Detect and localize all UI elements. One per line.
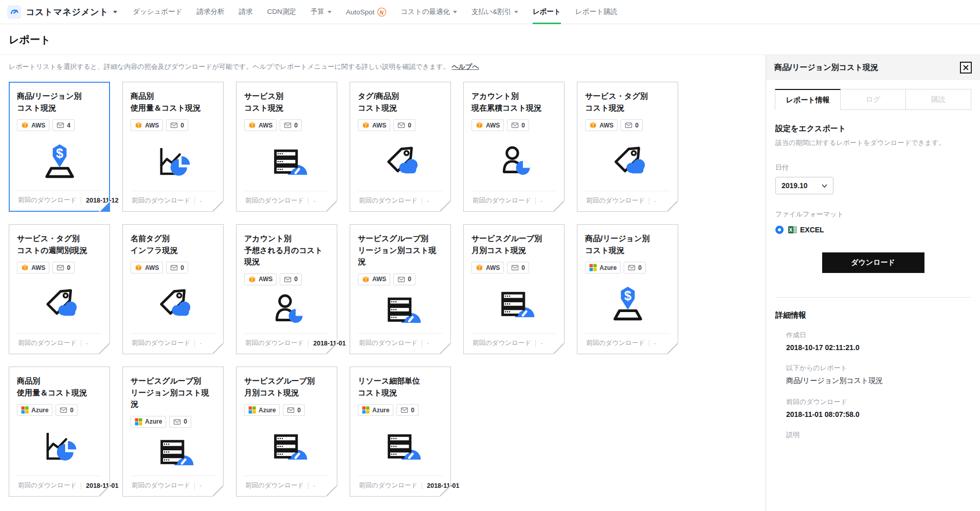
brand[interactable]: コストマネジメント (7, 5, 117, 19)
envelope-icon (511, 264, 519, 271)
last-download-label: 前回のダウンロード (586, 196, 645, 205)
report-card[interactable]: サービスグループ別月別コスト現況 Azure 0 前回のダウンロード - (236, 367, 337, 497)
azure-logo-icon (362, 406, 370, 414)
mail-badge: 0 (393, 273, 415, 285)
provider-badge: AWS (358, 273, 390, 285)
azure-logo-icon (589, 264, 597, 271)
tab-subscription[interactable]: 購読 (906, 89, 971, 110)
nav-item-billing-analysis[interactable]: 請求分析 (190, 0, 232, 24)
nav-item-budget[interactable]: 予算 (303, 0, 339, 24)
excel-radio[interactable] (775, 226, 784, 234)
server-icon (491, 281, 538, 325)
folded-corner-icon (667, 200, 678, 212)
folded-corner-icon (212, 200, 224, 212)
report-card[interactable]: タグ/商品別コスト現況 AWS 0 前回のダウンロード - (350, 82, 451, 212)
card-icon-area (17, 273, 102, 333)
nav-item-dashboard[interactable]: ダッシュボード (125, 0, 189, 24)
last-download-label: 前回のダウンロード (18, 196, 77, 205)
envelope-icon (397, 276, 405, 283)
card-footer: 前回のダウンロード - (471, 333, 556, 354)
envelope-icon (287, 406, 295, 414)
mail-count: 0 (408, 122, 411, 129)
card-title-line: コスト現況 (244, 102, 329, 114)
card-footer: 前回のダウンロード - (244, 191, 329, 211)
report-card[interactable]: サービス別コスト現況 AWS 0 前回のダウンロード - (236, 82, 337, 212)
report-card[interactable]: サービスグループ別リージョン別コスト現況 Azure 0 前回のダウンロード - (122, 367, 224, 497)
last-download-label: 前回のダウンロード (245, 339, 304, 348)
date-select[interactable]: 2019.10 (775, 177, 833, 194)
provider-label: AWS (486, 264, 500, 271)
tab-report-info[interactable]: レポート情報 (775, 89, 841, 110)
report-card[interactable]: アカウント別現在累積コスト現況 AWS 0 前回のダウンロード - (463, 82, 565, 212)
mail-badge: 0 (56, 404, 78, 416)
help-link[interactable]: ヘルプへ (452, 63, 479, 70)
tag-cloud-icon (36, 281, 83, 325)
report-card[interactable]: サービスグループ別月別コスト現況 AWS 0 前回のダウンロード - (463, 224, 565, 354)
money-pin-icon (36, 139, 83, 183)
envelope-icon (284, 121, 292, 129)
provider-label: AWS (31, 122, 45, 129)
nav-item-cdn-metering[interactable]: CDN測定 (260, 0, 303, 24)
nav-item-label: ダッシュボード (133, 7, 182, 16)
report-card[interactable]: サービス・タグ別コスト現況 AWS 0 前回のダウンロード - (577, 82, 678, 212)
provider-label: AWS (372, 122, 386, 129)
aws-logo-icon (135, 264, 142, 271)
provider-badge: AWS (131, 262, 163, 273)
card-title-line: 商品別 (131, 90, 215, 102)
format-field-label: ファイルフォーマット (775, 210, 971, 219)
report-card[interactable]: サービス・タグ別コストの週間別現況 AWS 0 前回のダウンロード - (9, 224, 110, 354)
mail-count: 4 (67, 122, 70, 129)
report-card[interactable]: サービスグループ別リージョン別コスト現況 AWS 0 前回のダウンロード - (350, 224, 451, 354)
provider-label: AWS (372, 276, 386, 283)
report-card[interactable]: リソース細部単位コスト現況 Azure 0 前回のダウンロード 2018-11-… (350, 367, 451, 497)
card-title-line: インフラ現況 (131, 245, 215, 257)
mail-count: 0 (180, 122, 184, 129)
card-footer: 前回のダウンロード - (358, 333, 443, 354)
nav-item-report[interactable]: レポート (525, 0, 568, 24)
last-download-label: 前回のダウンロード (132, 481, 190, 490)
card-title-line: サービス別 (244, 90, 329, 102)
report-card[interactable]: 名前タグ別インフラ現況 AWS 0 前回のダウンロード - (122, 224, 224, 354)
tab-label: ログ (866, 95, 881, 104)
last-download-label: 前回のダウンロード (359, 339, 418, 348)
aws-logo-icon (362, 276, 370, 283)
gauge-logo-icon (7, 5, 21, 19)
tab-log[interactable]: ログ (841, 89, 906, 110)
envelope-icon (170, 121, 178, 129)
server-icon (150, 429, 197, 473)
nav-item-payment-discount[interactable]: 支払い&割引 (464, 0, 525, 24)
card-title-line: リージョン別コスト現況 (358, 245, 443, 268)
report-card[interactable]: アカウント別予想される月のコスト現況 AWS 0 前回のダウンロード 2018-… (236, 224, 337, 354)
folded-corner-icon (553, 343, 565, 354)
chevron-down-icon (453, 11, 457, 13)
card-icon-area (585, 273, 670, 333)
provider-badge: AWS (17, 262, 49, 273)
nav-item-billing[interactable]: 請求 (232, 0, 260, 24)
card-badges: AWS 0 (244, 273, 329, 285)
card-title-line: アカウント別 (244, 233, 329, 245)
nav-item-autospot[interactable]: AutoSpot N (339, 0, 394, 24)
nav-item-report-subscription[interactable]: レポート購読 (568, 0, 625, 24)
report-card[interactable]: 商品/リージョン別コスト現況 Azure 0 前回のダウンロード - (577, 224, 678, 354)
provider-label: AWS (145, 122, 159, 129)
report-card[interactable]: 商品/リージョン別コスト現況 AWS 4 前回のダウンロード 2018-11-1… (9, 82, 110, 212)
provider-label: Azure (600, 264, 616, 271)
mail-count: 0 (67, 264, 70, 271)
card-footer: 前回のダウンロード - (471, 191, 556, 211)
mail-badge: 0 (166, 262, 188, 273)
mail-badge: 0 (283, 404, 305, 416)
last-download-date: - (308, 482, 315, 489)
card-footer: 前回のダウンロード - (585, 333, 670, 354)
folded-corner-icon (667, 343, 678, 354)
report-card[interactable]: 商品別使用量＆コスト現況 AWS 0 前回のダウンロード - (122, 82, 224, 212)
folded-corner-icon (99, 200, 110, 212)
mail-count: 0 (297, 407, 301, 414)
provider-label: AWS (259, 122, 273, 129)
excel-option-label: EXCEL (800, 226, 824, 234)
tag-cloud-icon (377, 139, 424, 183)
download-button[interactable]: ダウンロード (822, 252, 924, 273)
nav-item-cost-optimization[interactable]: コストの最適化 (393, 0, 464, 24)
detail-item: 説明 (786, 430, 971, 447)
report-card[interactable]: 商品別使用量＆コスト現況 Azure 0 前回のダウンロード 2018-11-0… (9, 367, 110, 497)
close-button[interactable] (960, 62, 972, 74)
